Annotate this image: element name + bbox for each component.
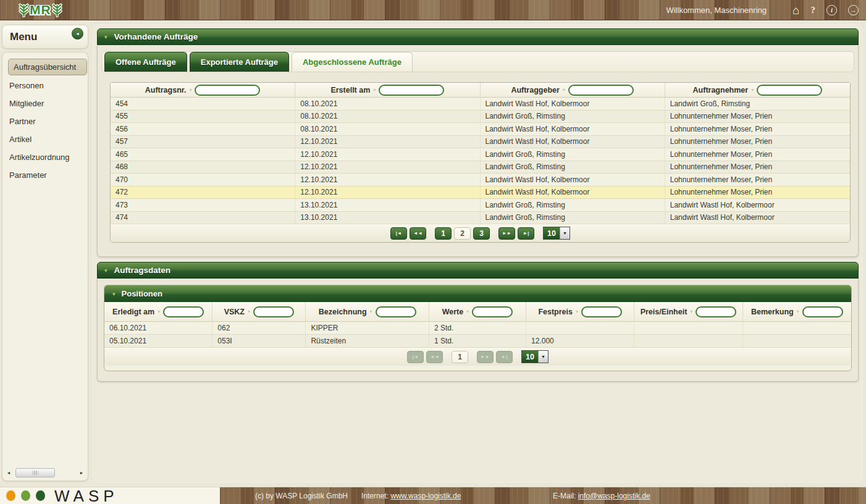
filter-input-auftragnehmer[interactable] bbox=[757, 85, 822, 96]
home-icon[interactable]: ⌂ bbox=[792, 5, 799, 15]
scrollbar-track[interactable] bbox=[13, 468, 77, 477]
column-header-erledigt-am[interactable]: Erledigt am▾ bbox=[104, 302, 212, 321]
sort-caret-icon: ▾ bbox=[563, 87, 565, 93]
table-row[interactable]: 06.10.2021062KIPPER2 Std. bbox=[104, 322, 851, 335]
table-row[interactable]: 47212.10.2021Landwirt Wastl Hof, Kolberm… bbox=[111, 187, 850, 200]
scroll-right-icon[interactable]: ► bbox=[77, 471, 86, 475]
table-cell: 08.10.2021 bbox=[295, 98, 480, 110]
page-size-select[interactable]: 10▼ bbox=[521, 350, 549, 363]
column-header-auftraggeber[interactable]: Auftraggeber▾ bbox=[481, 83, 665, 97]
table-row[interactable]: 46812.10.2021Landwirt Groß, RimstingLohn… bbox=[111, 161, 850, 174]
top-bar-right: Willkommen, Maschinenring ⌂ ? i → bbox=[666, 5, 859, 15]
positions-panel-title: Positionen bbox=[122, 289, 162, 298]
wasp-logo-text: WASP bbox=[54, 488, 119, 504]
table-row[interactable]: 45408.10.2021Landwirt Wastl Hof, Kolberm… bbox=[111, 98, 850, 111]
first-page-button[interactable]: |◄ bbox=[390, 227, 407, 240]
column-header-erstellt-am[interactable]: Erstellt am▾ bbox=[295, 83, 480, 97]
info-icon[interactable]: i bbox=[826, 5, 837, 15]
sidebar-item-personen[interactable]: Personen bbox=[2, 77, 88, 94]
positions-table-header: Erledigt am▾VSKZ▾Bezeichnung▾Werte▾Festp… bbox=[104, 302, 851, 322]
filter-input-erledigt-am[interactable] bbox=[163, 306, 204, 317]
table-cell: 053I bbox=[212, 335, 306, 347]
table-cell: 08.10.2021 bbox=[295, 123, 480, 135]
filter-input-bemerkung[interactable] bbox=[802, 306, 843, 317]
filter-input-bezeichnung[interactable] bbox=[376, 306, 416, 317]
table-cell: 455 bbox=[111, 111, 295, 123]
last-page-button[interactable]: ►| bbox=[518, 227, 534, 240]
column-label: Preis/Einheit bbox=[641, 308, 687, 316]
table-row[interactable]: 45508.10.2021Landwirt Groß, RimstingLohn… bbox=[111, 111, 850, 124]
dropdown-caret-icon[interactable]: ▼ bbox=[538, 351, 548, 363]
table-cell: 456 bbox=[111, 123, 295, 135]
sidebar-collapse-button[interactable]: ◄ bbox=[72, 28, 83, 40]
table-row[interactable]: 45608.10.2021Landwirt Wastl Hof, Kolberm… bbox=[111, 123, 850, 136]
page-size-select[interactable]: 10▼ bbox=[543, 227, 570, 240]
column-header-bemerkung[interactable]: Bemerkung▾ bbox=[743, 302, 851, 321]
internet-link[interactable]: www.wasp-logistik.de bbox=[390, 492, 461, 500]
tab-exportierte-auftr-ge[interactable]: Exportierte Aufträge bbox=[190, 52, 289, 72]
sidebar-item-mitglieder[interactable]: Mitglieder bbox=[2, 94, 88, 112]
help-icon[interactable]: ? bbox=[811, 5, 816, 15]
sort-caret-icon: ▾ bbox=[189, 87, 191, 93]
table-row[interactable]: 47413.10.2021Landwirt Groß, RimstingLand… bbox=[111, 212, 850, 225]
table-cell: Landwirt Wastl Hof, Kolbermoor bbox=[665, 199, 850, 211]
sidebar-item-auftrags-bersicht[interactable]: Auftragsübersicht bbox=[8, 59, 87, 75]
scroll-left-icon[interactable]: ◄ bbox=[4, 471, 13, 475]
table-row[interactable]: 05.10.2021053IRüstzeiten1 Std.12.000 bbox=[104, 335, 851, 348]
table-row[interactable]: 47012.10.2021Landwirt Wastl Hof, Kolberm… bbox=[111, 174, 850, 187]
column-header-auftragnehmer[interactable]: Auftragnehmer▾ bbox=[665, 83, 850, 97]
table-cell bbox=[526, 322, 634, 334]
page-button-1[interactable]: 1 bbox=[435, 227, 452, 240]
table-cell: Landwirt Groß, Rimsting bbox=[481, 212, 665, 224]
page-button-2: 2 bbox=[454, 227, 471, 240]
sidebar-item-partner[interactable]: Partner bbox=[2, 112, 88, 130]
column-header-werte[interactable]: Werte▾ bbox=[429, 302, 526, 321]
logo-text: MR bbox=[30, 2, 51, 17]
filter-input-auftragsnr[interactable] bbox=[195, 85, 260, 96]
table-cell: Lohnunternehmer Moser, Prien bbox=[665, 123, 850, 135]
column-header-festpreis[interactable]: Festpreis▾ bbox=[526, 302, 634, 321]
sidebar: Menu ◄ AuftragsübersichtPersonenMitglied… bbox=[2, 25, 88, 481]
filter-input-festpreis[interactable] bbox=[581, 306, 622, 317]
footer-copyright: (c) by WASP Logistik GmbH bbox=[255, 492, 348, 500]
email-link[interactable]: info@wasp-logistik.de bbox=[578, 492, 650, 500]
table-cell: 12.10.2021 bbox=[295, 187, 480, 199]
column-header-bezeichnung[interactable]: Bezeichnung▾ bbox=[306, 302, 429, 321]
top-bar: MR Willkommen, Maschinenring ⌂ ? i → bbox=[0, 0, 866, 20]
filter-input-vskz[interactable] bbox=[253, 306, 294, 317]
dropdown-caret-icon[interactable]: ▼ bbox=[560, 227, 570, 239]
wasp-dot-light-green-icon bbox=[21, 490, 30, 501]
sidebar-item-parameter[interactable]: Parameter bbox=[2, 166, 88, 184]
tab-abgeschlossene-auftr-ge[interactable]: Abgeschlossene Aufträge bbox=[292, 52, 413, 72]
orders-panel-header[interactable]: ▾ Vorhandene Aufträge bbox=[97, 28, 859, 45]
prev-page-button[interactable]: ◄◄ bbox=[410, 227, 426, 240]
column-label: VSKZ bbox=[224, 308, 245, 316]
filter-input-werte[interactable] bbox=[472, 306, 513, 317]
sidebar-item-artikelzuordnung[interactable]: Artikelzuordnung bbox=[2, 148, 88, 166]
scrollbar-thumb[interactable] bbox=[15, 468, 55, 477]
page-button-3[interactable]: 3 bbox=[473, 227, 490, 240]
filter-input-preis-einheit[interactable] bbox=[696, 306, 736, 317]
column-header-auftragsnr[interactable]: Auftragsnr.▾ bbox=[111, 83, 295, 97]
next-page-button[interactable]: ►► bbox=[498, 227, 515, 240]
table-cell: 1 Std. bbox=[429, 335, 526, 347]
sidebar-item-artikel[interactable]: Artikel bbox=[2, 130, 88, 148]
filter-input-auftraggeber[interactable] bbox=[568, 85, 634, 96]
welcome-text: Willkommen, Maschinenring bbox=[666, 6, 767, 15]
filter-input-erstellt-am[interactable] bbox=[379, 85, 444, 96]
orders-tabs: Offene AufträgeExportierte AufträgeAbges… bbox=[101, 51, 854, 72]
table-cell bbox=[743, 335, 851, 347]
positions-panel-header[interactable]: ▾ Positionen bbox=[104, 285, 851, 302]
table-row[interactable]: 45712.10.2021Landwirt Wastl Hof, Kolberm… bbox=[111, 136, 850, 149]
table-row[interactable]: 47313.10.2021Landwirt Groß, RimstingLand… bbox=[111, 199, 850, 212]
table-row[interactable]: 46512.10.2021Landwirt Groß, RimstingLohn… bbox=[111, 148, 850, 161]
sidebar-horizontal-scrollbar[interactable]: ◄ ► bbox=[4, 468, 86, 478]
sort-caret-icon: ▾ bbox=[373, 87, 376, 93]
logout-icon[interactable]: → bbox=[848, 5, 859, 15]
column-header-vskz[interactable]: VSKZ▾ bbox=[212, 302, 306, 321]
column-header-preis-einheit[interactable]: Preis/Einheit▾ bbox=[634, 302, 742, 321]
details-panel-header[interactable]: ▾ Auftragsdaten bbox=[97, 262, 859, 279]
table-cell: 12.10.2021 bbox=[295, 136, 480, 148]
table-cell: Lohnunternehmer Moser, Prien bbox=[665, 161, 850, 174]
tab-offene-auftr-ge[interactable]: Offene Aufträge bbox=[104, 52, 187, 72]
